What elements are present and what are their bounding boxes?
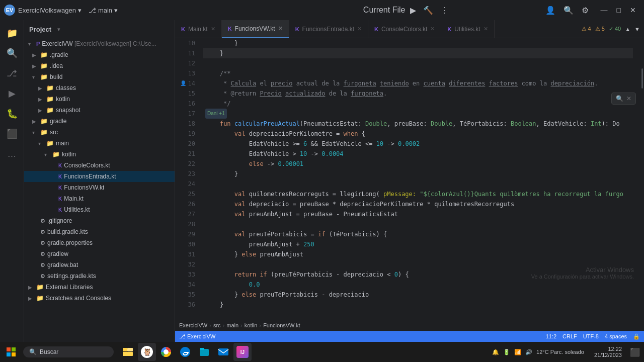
breadcrumb-item[interactable]: src xyxy=(213,322,221,328)
taskbar-app-owl[interactable]: 🦉 xyxy=(138,343,156,361)
tree-item-settings-gradle[interactable]: ▶ ⚙ settings.gradle.kts xyxy=(24,270,175,282)
toolbar-more-icon[interactable]: … xyxy=(3,145,21,163)
notification-center-button[interactable]: ⬛ xyxy=(628,345,642,359)
breadcrumb-item[interactable]: kotlin xyxy=(245,322,258,328)
taskbar-sys-tray[interactable]: 🔔 🔋 📶 🔊 12°C Parc. soleado xyxy=(488,349,588,355)
git-branch-status[interactable]: ⎇ ExerciciVW xyxy=(179,333,215,340)
tree-item-gitignore[interactable]: ▶ ⚙ .gitignore xyxy=(24,215,175,226)
breadcrumb-item[interactable]: ExerciciVW xyxy=(179,322,207,328)
code-editor[interactable]: } } /** * Calcula el precio actual de la xyxy=(199,38,637,320)
tree-item-gradlew[interactable]: ▶ ⚙ gradlew xyxy=(24,248,175,259)
hover-icon[interactable]: 🔍 xyxy=(616,95,623,102)
tab-utilities[interactable]: K Utilities.kt ✕ xyxy=(441,20,494,38)
warning-badge-1[interactable]: ⚠ 4 xyxy=(582,26,591,32)
settings-button[interactable]: ⚙ xyxy=(580,5,591,16)
maximize-button[interactable]: □ xyxy=(613,4,625,16)
intellij-icon: IJ xyxy=(236,346,249,358)
tab-close-icon[interactable]: ✕ xyxy=(278,25,283,32)
folder-icon: 📁 xyxy=(40,129,48,136)
run-button[interactable]: ▶ xyxy=(408,5,418,16)
tree-item-main[interactable]: ▾ 📁 main xyxy=(24,138,175,149)
breadcrumb-item-current[interactable]: FuncionsVW.kt xyxy=(263,322,300,328)
tree-item-build-gradle[interactable]: ▶ ⚙ build.gradle.kts xyxy=(24,226,175,237)
avatar-icon: EV xyxy=(4,5,15,16)
tree-item-consolecolors[interactable]: ▶ K ConsoleColors.kt xyxy=(24,160,175,171)
build-button[interactable]: 🔨 xyxy=(421,5,435,16)
close-button[interactable]: ✕ xyxy=(626,4,640,16)
start-button[interactable] xyxy=(2,343,20,361)
tree-item-idea[interactable]: ▶ 📁 .idea xyxy=(24,60,175,71)
scroll-indicator[interactable] xyxy=(641,68,643,88)
taskbar-app-explorer[interactable] xyxy=(119,343,137,361)
tree-item-gradle-props[interactable]: ▶ ⚙ gradle.properties xyxy=(24,237,175,248)
tree-item-root[interactable]: ▾ P ExerciciVW [ExerciciVolkswagen] C:\U… xyxy=(24,38,175,49)
taskbar-app-intellij[interactable]: IJ xyxy=(233,343,252,361)
search-button[interactable]: 🔍 xyxy=(561,5,576,16)
tab-consolecolors[interactable]: K ConsoleColors.kt ✕ xyxy=(368,20,441,38)
tree-item-main-kt[interactable]: ▶ K Main.kt xyxy=(24,193,175,204)
window-controls: — □ ✕ xyxy=(597,4,640,16)
tab-close-icon[interactable]: ✕ xyxy=(211,26,215,32)
nav-up-icon[interactable]: ▲ xyxy=(625,26,630,32)
tree-item-label: src xyxy=(50,129,58,136)
more-button[interactable]: ⋮ xyxy=(438,5,450,16)
tree-item-funcionsentrada[interactable]: ▶ K FuncionsEntrada.kt xyxy=(24,171,175,182)
kt-icon: K xyxy=(374,26,378,32)
kt-file-icon: K xyxy=(58,196,62,202)
taskbar-app-files[interactable] xyxy=(195,343,213,361)
warning-badge-2[interactable]: ⚠ 5 xyxy=(595,26,605,32)
lock-icon[interactable]: 🔒 xyxy=(633,333,640,340)
minimize-button[interactable]: — xyxy=(597,4,612,16)
line-ending[interactable]: CRLF xyxy=(562,333,577,339)
tree-item-gradle-hidden[interactable]: ▶ 📁 .gradle xyxy=(24,49,175,60)
taskbar-search[interactable]: 🔍 Buscar xyxy=(23,346,114,357)
toolbar-vcs-icon[interactable]: ⎇ xyxy=(3,64,21,82)
volume-icon: 🔊 xyxy=(525,349,532,355)
config-icon: ⚙ xyxy=(40,262,45,268)
cursor-position[interactable]: 11:2 xyxy=(546,333,556,339)
tree-item-classes[interactable]: ▶ 📁 classes xyxy=(24,82,175,94)
toolbar-debug-icon[interactable]: 🐛 xyxy=(3,105,21,123)
breadcrumb-item[interactable]: main xyxy=(226,322,238,328)
tree-item-kotlin-main[interactable]: ▾ 📁 kotlin xyxy=(24,149,175,160)
tree-item-scratches[interactable]: ▶ 📁 Scratches and Consoles xyxy=(24,293,175,304)
tree-item-build[interactable]: ▾ 📁 build xyxy=(24,71,175,82)
toolbar-terminal-icon[interactable]: ⬛ xyxy=(3,125,21,143)
project-selector[interactable]: ExerciciVolkswagen ▾ xyxy=(18,7,82,14)
folder-icon: 📁 xyxy=(46,84,54,92)
tree-item-gradle[interactable]: ▶ 📁 gradle xyxy=(24,116,175,127)
taskbar-app-mail[interactable] xyxy=(214,343,232,361)
tab-close-icon[interactable]: ✕ xyxy=(430,26,435,32)
toolbar-folder-icon[interactable]: 📁 xyxy=(3,24,21,42)
branch-selector[interactable]: ⎇ main ▾ xyxy=(89,7,118,14)
svg-rect-0 xyxy=(7,347,11,351)
nav-down-icon[interactable]: ▼ xyxy=(634,26,640,32)
svg-rect-6 xyxy=(127,348,133,351)
toolbar-run2-icon[interactable]: ▶ xyxy=(3,84,21,103)
tree-item-external-libs[interactable]: ▶ 📁 External Libraries xyxy=(24,282,175,293)
taskbar-clock[interactable]: 12:22 21/12/2023 xyxy=(590,346,626,358)
tabs-bar: K Main.kt ✕ K FuncionsVW.kt ✕ K Funcions… xyxy=(175,20,644,38)
sidebar-dropdown[interactable]: ▾ xyxy=(57,26,60,33)
tree-item-funcionsvw[interactable]: ▶ K FuncionsVW.kt xyxy=(24,182,175,193)
tab-funcionsentrada[interactable]: K FuncionsEntrada.kt ✕ xyxy=(289,20,368,38)
tree-item-utilities[interactable]: ▶ K Utilities.kt xyxy=(24,204,175,215)
tab-close-icon[interactable]: ✕ xyxy=(484,26,488,32)
tree-item-kotlin-build[interactable]: ▶ 📁 kotlin xyxy=(24,94,175,105)
tab-main[interactable]: K Main.kt ✕ xyxy=(175,20,222,38)
taskbar-app-edge[interactable] xyxy=(176,343,194,361)
tree-item-snapshot[interactable]: ▶ 📁 snapshot xyxy=(24,105,175,116)
svg-point-9 xyxy=(165,350,168,353)
tab-funcionsvw[interactable]: K FuncionsVW.kt ✕ xyxy=(222,20,289,38)
tree-item-src[interactable]: ▾ 📁 src xyxy=(24,127,175,138)
ok-badge[interactable]: ✓ 40 xyxy=(609,26,621,32)
hover-close[interactable]: ✕ xyxy=(626,95,631,102)
tree-item-gradlew-bat[interactable]: ▶ ⚙ gradlew.bat xyxy=(24,259,175,270)
encoding[interactable]: UTF-8 xyxy=(583,333,599,339)
toolbar-search-icon[interactable]: 🔍 xyxy=(3,44,21,62)
current-file-label: Current File xyxy=(363,6,406,15)
profile-button[interactable]: 👤 xyxy=(543,5,557,16)
tab-close-icon[interactable]: ✕ xyxy=(357,26,362,32)
taskbar-app-chrome[interactable] xyxy=(157,343,175,361)
indent-status[interactable]: 4 spaces xyxy=(605,333,627,339)
